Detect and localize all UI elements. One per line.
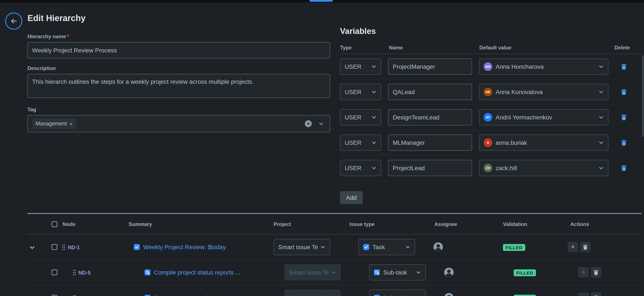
add-child-button[interactable]: +	[578, 267, 589, 277]
assignee-avatar-icon[interactable]	[444, 292, 454, 296]
variable-type-select[interactable]: USER	[340, 109, 381, 125]
issue-type-value: Sub-task	[383, 269, 407, 276]
variable-default-value: Anna Konovalova	[496, 88, 543, 95]
summary-link[interactable]: Weekly Project Review: $today	[143, 244, 226, 250]
delete-node-button[interactable]	[580, 242, 590, 252]
required-asterisk: *	[67, 34, 69, 40]
variable-default-select[interactable]: AY Andrii Yermachenkov	[479, 109, 608, 125]
variable-default-select[interactable]: ZH zack.hill	[479, 160, 608, 176]
issue-type-select[interactable]: Sub-task	[369, 264, 426, 280]
variable-type-select[interactable]: USER	[340, 134, 381, 151]
variable-type-select[interactable]: USER	[340, 84, 381, 100]
summary-link[interactable]: Review project timeline and ad...	[154, 294, 241, 296]
delete-variable-button[interactable]	[620, 88, 627, 95]
drag-handle-icon[interactable]	[72, 295, 76, 296]
variable-default-select[interactable]: AK Anna Konovalova	[479, 84, 608, 100]
issue-type-select[interactable]: Task	[358, 239, 415, 255]
back-arrow-icon	[10, 17, 18, 25]
subtask-icon	[374, 295, 380, 296]
validation-badge: FILLED	[514, 269, 536, 276]
row-checkbox[interactable]	[52, 269, 58, 275]
drag-handle-icon[interactable]	[72, 269, 76, 276]
clear-tags-icon[interactable]: ×	[305, 120, 312, 127]
variable-type-select[interactable]: USER	[340, 58, 381, 75]
variable-type-value: USER	[345, 63, 362, 70]
table-row: ND-5 Compile project status reports ... …	[28, 260, 642, 285]
issue-type-select[interactable]: Sub-task	[369, 289, 426, 296]
avatar: AH	[484, 62, 492, 71]
back-button[interactable]	[5, 13, 22, 30]
variable-type-select[interactable]: USER	[340, 160, 381, 176]
task-icon	[134, 244, 140, 250]
chevron-down-icon	[405, 244, 410, 250]
scrollbar-thumb[interactable]	[642, 55, 644, 137]
add-child-button[interactable]: +	[578, 292, 589, 296]
variable-default-value: Anna Honcharova	[496, 63, 544, 70]
chevron-down-icon	[598, 140, 604, 145]
variable-type-value: USER	[345, 114, 362, 121]
browser-top-strip	[0, 0, 644, 3]
variable-name-input[interactable]	[388, 160, 472, 176]
variable-type-value: USER	[345, 88, 362, 95]
chevron-down-icon	[371, 165, 376, 171]
row-checkbox[interactable]	[52, 244, 58, 250]
project-value: Smart Issue Ten	[289, 294, 328, 296]
col-issue-type: Issue type	[350, 221, 374, 227]
delete-variable-button[interactable]	[620, 114, 627, 121]
select-all-checkbox[interactable]	[52, 221, 58, 227]
chevron-down-icon	[416, 270, 421, 275]
variable-default-select[interactable]: AH Anna Honcharova	[479, 58, 608, 75]
delete-variable-button[interactable]	[620, 165, 627, 171]
delete-variable-button[interactable]	[620, 63, 627, 70]
project-select[interactable]: Smart Issue Ten	[274, 239, 330, 255]
chevron-down-icon	[598, 89, 604, 94]
delete-node-button[interactable]	[591, 267, 601, 277]
nodes-table: Node Summary Project Issue type Assignee…	[0, 213, 644, 296]
validation-badge: FILLED	[514, 295, 536, 296]
chevron-down-icon	[598, 165, 604, 171]
col-delete: Delete	[614, 45, 630, 51]
summary-link[interactable]: Compile project status reports ...	[154, 269, 240, 276]
hierarchy-name-label: Hierarchy name*	[28, 34, 330, 40]
chevron-down-icon	[371, 140, 376, 145]
col-default-value: Default value	[479, 45, 511, 51]
delete-variable-button[interactable]	[620, 139, 627, 146]
variable-row: USER AY Andrii Yermachenkov	[340, 105, 642, 130]
subtask-icon	[144, 269, 150, 275]
chevron-down-icon	[320, 244, 326, 250]
hierarchy-name-input[interactable]	[28, 42, 330, 58]
tag-label: Tag	[28, 106, 330, 112]
variable-name-input[interactable]	[388, 134, 472, 151]
variable-name-input[interactable]	[388, 58, 472, 75]
issue-key: ND-6	[78, 295, 90, 296]
edit-hierarchy-page: Edit Hierarchy Hierarchy name* Descripti…	[0, 0, 644, 296]
variable-default-select[interactable]: A anna.buriak	[479, 134, 608, 151]
variable-name-input[interactable]	[388, 109, 472, 125]
delete-node-button[interactable]	[591, 292, 601, 296]
col-validation: Validation	[503, 221, 527, 227]
project-select: Smart Issue Ten	[284, 289, 341, 296]
task-icon	[363, 244, 369, 250]
assignee-avatar-icon[interactable]	[433, 242, 443, 252]
add-variable-button[interactable]: Add	[340, 191, 363, 204]
variable-type-value: USER	[345, 165, 362, 171]
description-label: Description	[28, 65, 330, 71]
collapse-row-icon[interactable]	[29, 244, 35, 250]
tag-select[interactable]: Management × ×	[28, 115, 330, 132]
drag-handle-icon[interactable]	[62, 244, 66, 250]
chevron-down-icon[interactable]	[318, 121, 324, 126]
variables-header: Type Name Default value Delete	[340, 43, 642, 54]
issue-type-value: Sub-task	[383, 294, 407, 296]
chevron-down-icon	[331, 295, 336, 296]
variable-name-input[interactable]	[388, 84, 472, 100]
add-child-button[interactable]: +	[568, 242, 578, 252]
col-assignee: Assignee	[434, 221, 457, 227]
hierarchy-form: Hierarchy name* Description Tag Manageme…	[28, 30, 330, 132]
col-summary: Summary	[129, 221, 152, 227]
table-row: ND-1 Weekly Project Review: $today Smart…	[28, 235, 642, 260]
description-input[interactable]	[28, 74, 330, 98]
assignee-avatar-icon[interactable]	[444, 267, 454, 277]
row-checkbox[interactable]	[52, 295, 58, 296]
remove-tag-icon[interactable]: ×	[70, 121, 73, 126]
chevron-down-icon	[416, 295, 421, 296]
